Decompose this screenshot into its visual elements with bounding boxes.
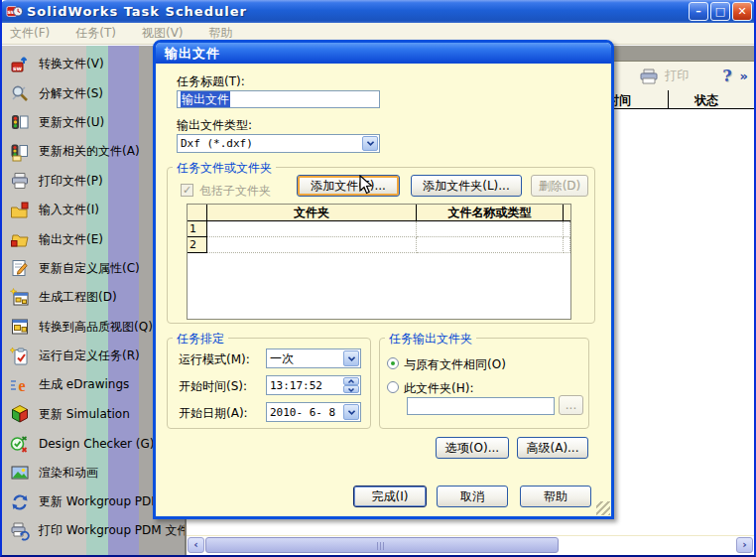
sidebar-item-label: 打印 Workgroup PDM 文件 <box>39 522 185 539</box>
cell-filename[interactable] <box>417 237 564 253</box>
print-toolbar-button[interactable]: 打印 <box>638 68 689 85</box>
table-header-spacer <box>564 205 570 221</box>
help-icon[interactable]: ? <box>722 67 731 85</box>
sidebar-item-label: 打印文件(P) <box>39 173 103 190</box>
task-files-group-caption: 任务文件或文件夹 <box>173 160 276 177</box>
scrollbar-thumb[interactable] <box>205 537 559 553</box>
task-files-table[interactable]: 文件夹 文件名称或类型 1 2 <box>187 204 571 320</box>
close-button[interactable]: ✕ <box>732 2 752 21</box>
import-files-icon <box>10 201 30 220</box>
svg-text:sw: sw <box>13 64 23 70</box>
start-time-spinner[interactable]: 13:17:52 <box>266 375 361 395</box>
start-date-dropdown-icon[interactable] <box>343 404 359 420</box>
start-time-label: 开始时间(S): <box>179 378 247 395</box>
window-title: SolidWorks Task Scheduler <box>27 4 247 19</box>
run-custom-task-icon <box>10 347 30 366</box>
sidebar-item-label: 转换文件(V) <box>39 56 104 72</box>
time-spin-up-icon[interactable] <box>343 377 359 385</box>
sidebar-item-label: 更新相关的文件(A) <box>39 143 140 160</box>
toolbar-overflow-chevron-icon[interactable]: » <box>740 69 748 83</box>
add-file-button[interactable]: 添加文件(F)... <box>297 175 400 197</box>
column-status[interactable]: 状态 <box>694 92 718 109</box>
menu-file[interactable]: 文件(F) <box>10 25 50 42</box>
delete-button: 删除(D) <box>531 175 588 197</box>
render-animation-icon <box>10 463 30 483</box>
row-number: 1 <box>188 221 207 237</box>
sidebar-item-label: 更新 Simulation <box>39 406 130 423</box>
finish-button[interactable]: 完成(I) <box>353 486 427 507</box>
scroll-left-arrow[interactable]: ‹ <box>188 537 204 553</box>
task-schedule-caption: 任务排定 <box>173 331 228 348</box>
sidebar-item-label: 更新 Workgroup PDM <box>39 493 162 510</box>
app-icon: sw <box>6 3 23 20</box>
resize-grip[interactable] <box>596 501 610 515</box>
app-window: sw SolidWorks Task Scheduler – □ ✕ 文件(F)… <box>0 0 756 557</box>
start-date-value: 2010- 6- 8 <box>270 406 335 419</box>
table-header-folder[interactable]: 文件夹 <box>207 205 417 221</box>
file-type-label: 输出文件类型: <box>177 117 252 134</box>
title-bar: sw SolidWorks Task Scheduler – □ ✕ <box>0 0 756 23</box>
advanced-button[interactable]: 高级(A)... <box>517 437 588 459</box>
sidebar-item-label: 转换到高品质视图(Q) <box>39 319 153 336</box>
browse-folder-button: ... <box>559 395 583 415</box>
task-title-input[interactable]: 输出文件 <box>177 90 380 108</box>
table-row[interactable]: 2 <box>188 237 570 253</box>
export-files-dialog: 输出文件 任务标题(T): 输出文件 输出文件类型: Dxf (*.dxf) 任… <box>153 40 614 519</box>
cancel-button[interactable]: 取消 <box>437 486 508 507</box>
horizontal-scrollbar[interactable]: ‹ › <box>187 535 754 553</box>
cell-folder[interactable] <box>207 221 417 237</box>
this-folder-label: 此文件夹(H): <box>404 380 473 397</box>
edrawings-icon: e <box>10 375 30 395</box>
start-date-combo[interactable]: 2010- 6- 8 <box>266 402 361 422</box>
sidebar-item-label: 运行自定义任务(R) <box>39 348 140 364</box>
help-button[interactable]: 帮助 <box>520 486 591 507</box>
run-mode-label: 运行模式(M): <box>179 351 250 368</box>
output-folder-input[interactable] <box>407 397 555 415</box>
update-files-icon <box>10 112 30 132</box>
design-checker-icon <box>10 434 30 454</box>
update-simulation-icon <box>10 404 30 424</box>
print-workgroup-pdm-icon <box>10 521 30 541</box>
print-label: 打印 <box>665 68 689 84</box>
run-mode-dropdown-icon[interactable] <box>343 350 359 366</box>
task-title-label: 任务标题(T): <box>177 73 245 90</box>
sidebar-item-label: 更新文件(U) <box>39 114 104 131</box>
convert-files-icon: sw <box>10 55 30 74</box>
create-drawings-icon <box>10 288 30 308</box>
cell-filename[interactable] <box>417 221 564 237</box>
time-spin-down-icon[interactable] <box>343 385 359 393</box>
row-number: 2 <box>188 237 207 253</box>
run-mode-combo[interactable]: 一次 <box>266 348 361 368</box>
table-header-filename[interactable]: 文件名称或类型 <box>417 205 564 221</box>
column-divider <box>668 90 669 108</box>
start-time-value: 13:17:52 <box>270 379 322 392</box>
dialog-title-bar[interactable]: 输出文件 <box>156 43 611 64</box>
svg-text:e: e <box>18 377 25 394</box>
this-folder-radio[interactable] <box>387 381 399 393</box>
include-subfolders-checkbox: ✓ <box>181 184 193 197</box>
minimize-button[interactable]: – <box>689 2 708 21</box>
dissect-files-icon <box>10 83 30 103</box>
options-button[interactable]: 选项(O)... <box>436 437 509 459</box>
task-output-folder-caption: 任务输出文件夹 <box>385 331 476 348</box>
sidebar-item-label: 输入文件(I) <box>39 202 99 218</box>
export-files-icon <box>10 229 30 249</box>
sidebar-item-label: 更新自定义属性(C) <box>39 260 140 277</box>
run-mode-value: 一次 <box>270 350 294 367</box>
maximize-button[interactable]: □ <box>710 2 730 21</box>
menu-task[interactable]: 任务(T) <box>75 25 116 42</box>
cell-spacer <box>564 237 570 253</box>
table-row[interactable]: 1 <box>188 221 570 237</box>
sidebar-item-print-workgroup-pdm[interactable]: 打印 Workgroup PDM 文件 <box>2 516 185 545</box>
file-type-dropdown-icon[interactable] <box>362 136 378 151</box>
add-folder-button[interactable]: 添加文件夹(L)... <box>411 175 522 197</box>
same-as-original-radio[interactable] <box>387 357 399 369</box>
scroll-right-arrow[interactable]: › <box>736 537 753 553</box>
sidebar-item-label: 输出文件(E) <box>39 231 103 248</box>
update-associated-files-icon <box>10 142 30 162</box>
update-custom-properties-icon <box>10 258 30 278</box>
file-type-combo[interactable]: Dxf (*.dxf) <box>177 134 380 153</box>
file-type-value: Dxf (*.dxf) <box>181 137 253 150</box>
cell-folder[interactable] <box>207 237 417 253</box>
sidebar-item-label: 分解文件(S) <box>39 85 103 102</box>
